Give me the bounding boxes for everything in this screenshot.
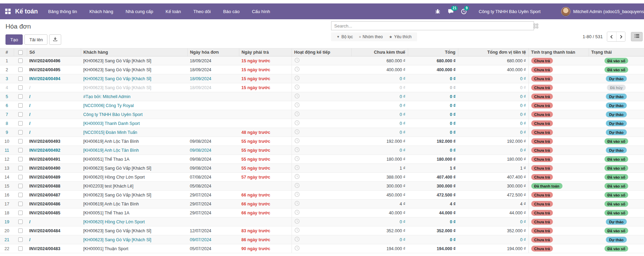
column-header-11[interactable]: Trạng thái [589, 49, 644, 56]
activity-clock-icon[interactable] [294, 102, 300, 108]
search-input[interactable] [331, 21, 534, 30]
row-checkbox[interactable] [18, 211, 23, 215]
row-checkbox[interactable] [18, 76, 23, 81]
invoice-row[interactable]: 18INV/2024/00485[KH00051] Thể Thao 1A29/… [0, 209, 644, 217]
activity-clock-icon[interactable] [294, 75, 300, 81]
invoice-number[interactable]: INV/2024/00490 [27, 164, 81, 173]
invoice-row[interactable]: 19/[KH00620] Hồng Chợ Lớn Sport0 ₫0 ₫0 ₫… [0, 217, 644, 226]
favorites-button[interactable]: ★ Yêu thích [387, 34, 414, 39]
row-checkbox[interactable] [18, 85, 23, 90]
menu-item-7[interactable]: Cấu hình [252, 9, 270, 14]
select-all-checkbox[interactable] [18, 50, 23, 55]
row-checkbox[interactable] [18, 67, 23, 72]
invoice-row[interactable]: 9/[NCC0015] Đoàn Minh Tuấn48 ngày trước0… [0, 128, 644, 137]
activity-clock-icon[interactable] [294, 245, 300, 251]
activity-clock-icon[interactable] [294, 57, 300, 63]
invoice-row[interactable]: 10INV/2024/00493[KH00619] Anh Lộc Tân Bì… [0, 137, 644, 146]
invoice-number[interactable]: / [27, 119, 81, 128]
invoice-number[interactable]: INV/2024/00495 [27, 65, 81, 74]
activity-clock-icon[interactable] [294, 210, 300, 215]
invoice-row[interactable]: 2INV/2024/00495[KH00623] Sang Gò Vấp [Kh… [0, 65, 644, 74]
invoice-number[interactable]: / [27, 217, 81, 226]
row-checkbox[interactable] [18, 202, 23, 206]
invoice-number[interactable]: INV/2024/00491 [27, 155, 81, 164]
invoice-row[interactable]: 20INV/2024/00484[KH00623] Sang Gò Vấp [K… [0, 226, 644, 235]
download-button[interactable] [49, 34, 61, 45]
groupby-button[interactable]: ≡ Nhóm theo [357, 34, 385, 39]
column-header-6[interactable]: Hoạt động kế tiếp [292, 49, 351, 56]
menu-item-1[interactable]: Bảng thông tin [48, 9, 77, 14]
row-checkbox[interactable] [18, 228, 23, 233]
column-header-3[interactable]: Khách hàng [81, 49, 187, 56]
activity-clock-icon[interactable] [294, 120, 300, 126]
row-checkbox[interactable] [18, 130, 23, 135]
row-checkbox[interactable] [18, 166, 23, 170]
activity-clock-icon[interactable] [294, 165, 300, 170]
activity-clock-icon[interactable] [294, 201, 300, 206]
menu-item-6[interactable]: Báo cáo [223, 9, 240, 14]
column-header-8[interactable]: Tổng [408, 49, 458, 56]
messages-icon[interactable]: 21 [448, 8, 454, 14]
activity-clock-icon[interactable] [294, 218, 300, 224]
invoice-number[interactable]: INV/2024/00489 [27, 173, 81, 182]
invoice-row[interactable]: 12INV/2024/00491[KH00051] Thể Thao 1A09/… [0, 155, 644, 164]
column-header-1[interactable]: # [0, 49, 14, 56]
invoice-row[interactable]: 21/[KH00623] Sang Gò Vấp [Khách Sỉ]09/07… [0, 235, 644, 244]
column-header-2[interactable]: Số [27, 49, 81, 56]
create-button[interactable]: Tạo [6, 34, 23, 45]
row-checkbox[interactable] [18, 220, 23, 224]
invoice-row[interactable]: 3INV/2024/00494[KH00623] Sang Gò Vấp [Kh… [0, 74, 644, 83]
bug-icon[interactable] [435, 8, 441, 14]
invoice-number[interactable]: / [27, 101, 81, 110]
invoice-number[interactable]: INV/2024/00485 [27, 209, 81, 217]
row-checkbox[interactable] [18, 237, 23, 242]
invoice-number[interactable]: INV/2024/00487 [27, 191, 81, 200]
invoice-number[interactable]: INV/2024/00488 [27, 182, 81, 191]
invoice-number[interactable]: INV/2024/00494 [27, 74, 81, 83]
column-header-10[interactable]: Tình trạng thanh toán [528, 49, 589, 56]
invoice-row[interactable]: 7/Công ty TNHH Bảo Uyên Sport0 ₫0 ₫0 ₫Ch… [0, 110, 644, 119]
user-menu[interactable]: Mitchell Admin (odoo15_baoquyens [561, 7, 644, 16]
menu-item-3[interactable]: Nhà cung cấp [125, 9, 153, 14]
row-checkbox[interactable] [18, 184, 23, 188]
row-checkbox[interactable] [18, 121, 23, 126]
invoice-number[interactable]: INV/2024/00486 [27, 200, 81, 209]
column-header-7[interactable]: Chưa kèm thuế [351, 49, 408, 56]
apps-grid-icon[interactable] [5, 8, 11, 14]
activity-clock-icon[interactable] [294, 84, 300, 90]
column-header-9[interactable]: Tổng đơn vị tiền tệ [458, 49, 528, 56]
invoice-row[interactable]: 17INV/2024/00486[KH00619] Anh Lộc Tân Bì… [0, 200, 644, 209]
menu-item-2[interactable]: Khách hàng [89, 9, 113, 14]
invoice-number[interactable]: / [27, 92, 81, 101]
invoice-number[interactable]: / [27, 128, 81, 137]
invoice-row[interactable]: 16INV/2024/00487[KH00623] Sang Gò Vấp [K… [0, 191, 644, 200]
invoice-row[interactable]: 22INV/2024/00483[KH00001] Thuận Sport05/… [0, 244, 644, 253]
activity-clock-icon[interactable] [294, 183, 300, 188]
invoice-row[interactable]: 14INV/2024/00489[KH00620] Hồng Chợ Lớn S… [0, 173, 644, 182]
invoice-row[interactable]: 5/#Tạo bởi: Mitchell Admin0 ₫0 ₫0 ₫Chưa … [0, 92, 644, 101]
invoice-row[interactable]: 15INV/2024/00488[KH02203] test [Khách Lẻ… [0, 182, 644, 191]
row-checkbox[interactable] [18, 193, 23, 197]
row-checkbox[interactable] [18, 139, 23, 143]
search-panel-grid-icon[interactable] [534, 23, 538, 28]
filters-button[interactable]: ▼ Bộ lọc [335, 34, 355, 39]
menu-item-4[interactable]: Kế toán [166, 9, 181, 14]
invoice-number[interactable]: INV/2024/00496 [27, 56, 81, 65]
invoice-row[interactable]: 1INV/2024/00496[KH00623] Sang Gò Vấp [Kh… [0, 56, 644, 65]
row-checkbox[interactable] [18, 148, 23, 152]
row-checkbox[interactable] [18, 157, 23, 161]
company-switcher[interactable]: Công ty TNHH Bảo Uyên Sport [479, 9, 541, 14]
invoice-row[interactable]: 8/[KH00003] Thanh Danh Sport0 ₫0 ₫0 ₫Chư… [0, 119, 644, 128]
activity-clock-icon[interactable] [294, 93, 300, 99]
column-header-5[interactable]: Ngày phải trả [239, 49, 292, 56]
invoice-number[interactable]: INV/2024/00483 [27, 244, 81, 253]
activity-clock-icon[interactable] [294, 66, 300, 72]
upload-button[interactable]: Tải lên [24, 34, 47, 45]
list-view-toggle-button[interactable] [631, 32, 643, 41]
invoice-number[interactable]: / [27, 110, 81, 119]
activity-clock-icon[interactable] [294, 156, 300, 161]
activity-clock-icon[interactable] [294, 227, 300, 233]
column-header-4[interactable]: Ngày hóa đơn [187, 49, 239, 56]
activities-clock-icon[interactable]: 9 [461, 8, 467, 14]
invoice-row[interactable]: 13INV/2024/00490[KH00623] Sang Gò Vấp [K… [0, 164, 644, 173]
